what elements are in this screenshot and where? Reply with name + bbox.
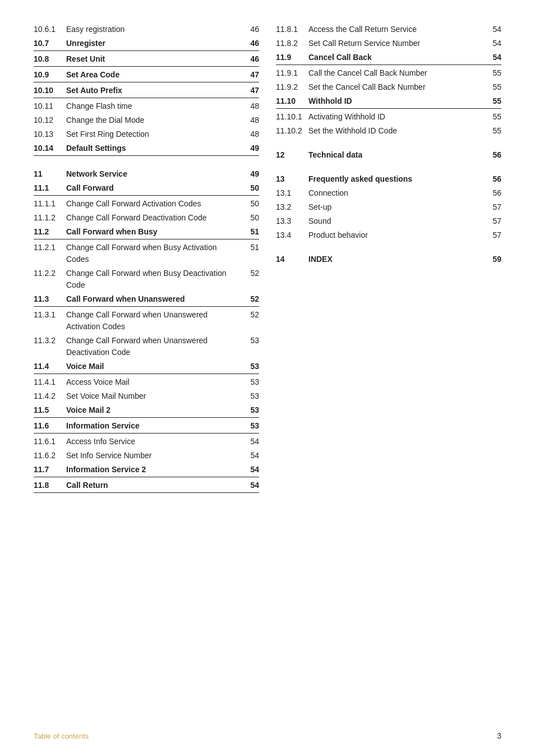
toc-page: 50: [245, 182, 259, 194]
toc-label: Information Service 2: [66, 464, 245, 476]
toc-label: Set Info Service Number: [66, 450, 245, 462]
toc-row: 11.1Call Forward50: [34, 181, 259, 196]
toc-label: Sound: [308, 215, 487, 227]
toc-number: 11.5: [34, 404, 66, 416]
toc-number: 10.9: [34, 69, 66, 81]
toc-label: Change Flash time: [66, 100, 245, 112]
toc-columns: 10.6.1Easy registration4610.7Unregister4…: [34, 22, 501, 494]
spacer: [34, 157, 259, 165]
toc-row: 11.9.2Set the Cancel Call Back Number55: [276, 80, 501, 94]
toc-page: 52: [245, 293, 259, 305]
toc-label: Set-up: [308, 201, 487, 213]
toc-page: 52: [245, 309, 259, 321]
toc-number: 11: [34, 168, 66, 180]
toc-page: 55: [487, 95, 501, 107]
toc-page: 56: [487, 187, 501, 199]
toc-label: INDEX: [308, 253, 487, 265]
toc-page: 53: [245, 420, 259, 432]
toc-row: 11.7Information Service 254: [34, 463, 259, 477]
spacer: [276, 162, 501, 170]
toc-page: 48: [245, 128, 259, 140]
toc-page: 55: [487, 67, 501, 79]
toc-number: 14: [276, 253, 308, 265]
toc-number: 11.6.1: [34, 436, 66, 448]
toc-page: 54: [245, 450, 259, 462]
toc-row: 11.6Information Service53: [34, 419, 259, 434]
toc-row: 11.4.1Access Voice Mail53: [34, 375, 259, 389]
toc-row: 11.8Call Return54: [34, 478, 259, 493]
toc-label: Voice Mail 2: [66, 404, 245, 416]
toc-label: Change Call Forward when Unanswered Acti…: [66, 309, 245, 333]
toc-label: Set the Cancel Call Back Number: [308, 81, 487, 93]
toc-row: 13Frequently asked questions56: [276, 172, 501, 186]
toc-row: 11.4.2Set Voice Mail Number53: [34, 389, 259, 403]
toc-label: Change Call Forward Deactivation Code: [66, 212, 245, 224]
toc-number: 11.2: [34, 226, 66, 238]
toc-label: Call Return: [66, 480, 245, 491]
toc-row: 10.7Unregister46: [34, 36, 259, 51]
toc-page: 52: [245, 268, 259, 279]
toc-page: 47: [245, 69, 259, 81]
toc-page: 55: [487, 125, 501, 137]
toc-label: Activating Withhold ID: [308, 111, 487, 123]
toc-number: 11.9.2: [276, 81, 308, 93]
page: 10.6.1Easy registration4610.7Unregister4…: [0, 0, 535, 756]
toc-number: 11.7: [34, 464, 66, 476]
toc-number: 11.4.2: [34, 390, 66, 402]
toc-number: 13.1: [276, 187, 308, 199]
toc-page: 46: [245, 24, 259, 35]
toc-label: Reset Unit: [66, 53, 245, 65]
toc-row: 11.10.2Set the Withhold ID Code55: [276, 124, 501, 138]
toc-label: Information Service: [66, 420, 245, 432]
toc-number: 11.10.2: [276, 125, 308, 137]
toc-page: 54: [487, 52, 501, 63]
toc-row: 11.4Voice Mail53: [34, 359, 259, 374]
toc-number: 13: [276, 173, 308, 185]
toc-label: Technical data: [308, 149, 487, 161]
toc-label: Frequently asked questions: [308, 173, 487, 185]
toc-row: 11.8.1Access the Call Return Service54: [276, 22, 501, 36]
toc-label: Product behavior: [308, 229, 487, 241]
right-column: 11.8.1Access the Call Return Service5411…: [276, 22, 501, 494]
toc-label: Set Voice Mail Number: [66, 390, 245, 402]
toc-row: 11.3Call Forward when Unanswered52: [34, 292, 259, 307]
spacer: [276, 242, 501, 250]
toc-number: 11.6.2: [34, 450, 66, 462]
toc-row: 11.3.1Change Call Forward when Unanswere…: [34, 308, 259, 334]
toc-label: Change Call Forward when Busy Deactivati…: [66, 268, 245, 291]
toc-page: 54: [245, 464, 259, 476]
toc-page: 47: [245, 85, 259, 96]
toc-number: 11.4: [34, 361, 66, 372]
toc-label: Unregister: [66, 38, 245, 49]
toc-number: 10.11: [34, 100, 66, 112]
toc-label: Default Settings: [66, 142, 245, 154]
toc-page: 51: [245, 242, 259, 253]
toc-label: Call the Cancel Call Back Number: [308, 67, 487, 79]
toc-page: 53: [245, 404, 259, 416]
toc-label: Set Call Return Service Number: [308, 38, 487, 49]
toc-row: 10.9Set Area Code47: [34, 68, 259, 82]
toc-label: Easy registration: [66, 24, 245, 35]
toc-label: Change Call Forward when Unanswered Deac…: [66, 335, 245, 358]
toc-number: 11.1.2: [34, 212, 66, 224]
toc-label: Set First Ring Detection: [66, 128, 245, 140]
toc-number: 11.8.1: [276, 24, 308, 35]
toc-number: 11.4.1: [34, 376, 66, 388]
toc-row: 13.2Set-up57: [276, 200, 501, 214]
toc-number: 11.10.1: [276, 111, 308, 123]
toc-row: 10.12Change the Dial Mode48: [34, 113, 259, 127]
toc-row: 11.6.2Set Info Service Number54: [34, 449, 259, 463]
toc-row: 11.1.2Change Call Forward Deactivation C…: [34, 211, 259, 225]
toc-page: 50: [245, 212, 259, 224]
toc-row: 11.9.1Call the Cancel Call Back Number55: [276, 66, 501, 80]
toc-number: 11.8: [34, 480, 66, 491]
toc-number: 13.2: [276, 201, 308, 213]
toc-page: 51: [245, 226, 259, 238]
footer-toc-label: Table of contents: [34, 732, 89, 740]
toc-page: 46: [245, 53, 259, 65]
toc-number: 10.6.1: [34, 24, 66, 35]
toc-label: Call Forward when Unanswered: [66, 293, 245, 305]
toc-page: 56: [487, 173, 501, 185]
toc-page: 54: [245, 436, 259, 448]
toc-number: 11.6: [34, 420, 66, 432]
